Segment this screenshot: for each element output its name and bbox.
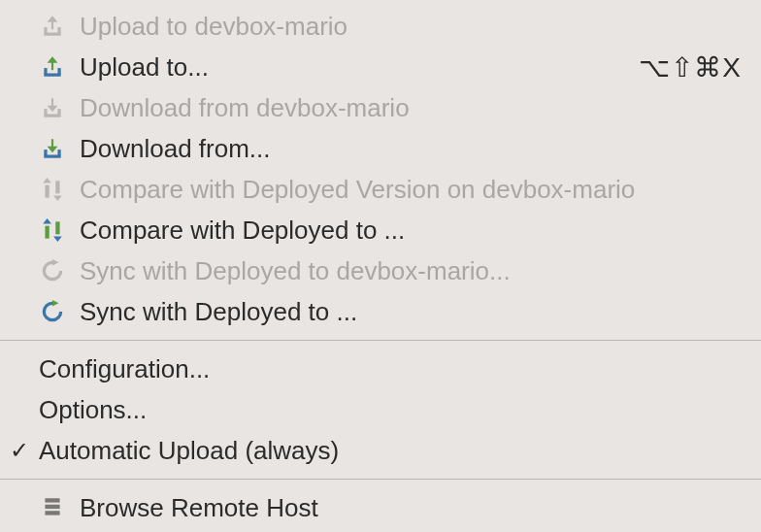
svg-marker-19 bbox=[48, 147, 58, 153]
svg-rect-11 bbox=[44, 109, 47, 116]
svg-marker-21 bbox=[53, 196, 62, 201]
download-icon bbox=[39, 94, 66, 121]
svg-rect-2 bbox=[57, 27, 60, 34]
svg-marker-24 bbox=[43, 218, 51, 223]
menu-item-compare-host: Compare with Deployed Version on devbox-… bbox=[0, 169, 761, 210]
menu-label: Sync with Deployed to ... bbox=[80, 297, 742, 327]
svg-rect-6 bbox=[44, 68, 47, 75]
menu-item-download-from[interactable]: Download from... bbox=[0, 128, 761, 169]
svg-rect-17 bbox=[57, 150, 60, 156]
menu-label: Upload to... bbox=[80, 52, 625, 83]
menu-label: Automatic Upload (always) bbox=[39, 436, 742, 466]
upload-icon bbox=[39, 53, 66, 81]
svg-rect-16 bbox=[44, 150, 47, 156]
svg-marker-20 bbox=[43, 178, 51, 183]
svg-marker-4 bbox=[48, 16, 58, 22]
svg-rect-27 bbox=[55, 221, 59, 234]
svg-marker-9 bbox=[48, 56, 58, 62]
server-icon bbox=[39, 494, 66, 521]
keyboard-shortcut: ⌥⇧⌘X bbox=[639, 51, 742, 83]
svg-rect-30 bbox=[45, 498, 59, 502]
menu-item-upload-to-host: Upload to devbox-mario bbox=[0, 6, 761, 47]
menu-label: Browse Remote Host bbox=[80, 493, 742, 523]
svg-rect-7 bbox=[57, 68, 60, 75]
menu-item-upload-to[interactable]: Upload to... ⌥⇧⌘X bbox=[0, 47, 761, 87]
menu-item-compare-to[interactable]: Compare with Deployed to ... bbox=[0, 210, 761, 250]
svg-rect-26 bbox=[45, 226, 49, 239]
svg-rect-12 bbox=[57, 109, 60, 116]
menu-label: Download from devbox-mario bbox=[80, 93, 742, 123]
svg-marker-14 bbox=[48, 106, 58, 113]
checkmark-icon: ✓ bbox=[10, 437, 29, 464]
menu-item-sync-host: Sync with Deployed to devbox-mario... bbox=[0, 250, 761, 291]
svg-rect-31 bbox=[45, 505, 59, 509]
menu-label: Compare with Deployed Version on devbox-… bbox=[80, 175, 742, 205]
menu-separator bbox=[0, 479, 761, 480]
svg-rect-23 bbox=[55, 181, 59, 193]
svg-rect-32 bbox=[45, 511, 59, 515]
menu-item-automatic-upload[interactable]: ✓ Automatic Upload (always) bbox=[0, 430, 761, 471]
menu-label: Options... bbox=[39, 395, 742, 425]
menu-item-configuration[interactable]: Configuration... bbox=[0, 349, 761, 389]
upload-icon bbox=[39, 13, 66, 40]
menu-label: Upload to devbox-mario bbox=[80, 12, 742, 42]
menu-label: Sync with Deployed to devbox-mario... bbox=[80, 256, 742, 286]
compare-icon bbox=[39, 216, 66, 244]
menu-label: Configuration... bbox=[39, 354, 742, 384]
menu-item-options[interactable]: Options... bbox=[0, 389, 761, 430]
svg-marker-29 bbox=[52, 300, 59, 307]
deployment-menu: Upload to devbox-mario Upload to... ⌥⇧⌘X… bbox=[0, 0, 761, 528]
svg-marker-28 bbox=[52, 259, 59, 266]
sync-icon bbox=[39, 257, 66, 284]
menu-item-browse-remote-host[interactable]: Browse Remote Host bbox=[0, 487, 761, 528]
menu-separator bbox=[0, 340, 761, 341]
compare-icon bbox=[39, 176, 66, 203]
sync-icon bbox=[39, 298, 66, 325]
menu-label: Download from... bbox=[80, 134, 742, 164]
menu-item-download-from-host: Download from devbox-mario bbox=[0, 87, 761, 128]
menu-label: Compare with Deployed to ... bbox=[80, 216, 742, 246]
svg-marker-25 bbox=[53, 237, 62, 242]
svg-rect-1 bbox=[44, 27, 47, 34]
svg-rect-22 bbox=[45, 185, 49, 198]
download-icon bbox=[39, 135, 66, 162]
menu-item-sync-to[interactable]: Sync with Deployed to ... bbox=[0, 291, 761, 332]
